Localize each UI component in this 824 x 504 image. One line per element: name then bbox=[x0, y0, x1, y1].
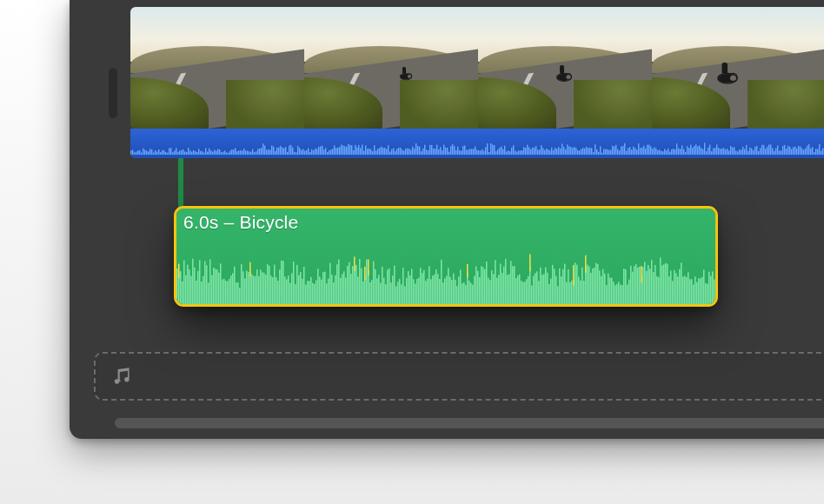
svg-rect-6 bbox=[141, 153, 142, 155]
svg-rect-334 bbox=[711, 151, 712, 155]
svg-rect-196 bbox=[471, 149, 472, 155]
svg-rect-0 bbox=[130, 150, 131, 155]
svg-rect-189 bbox=[459, 150, 460, 155]
svg-rect-653 bbox=[616, 284, 618, 304]
svg-rect-352 bbox=[742, 147, 743, 155]
svg-rect-320 bbox=[687, 146, 688, 155]
timeline-edge-marker[interactable] bbox=[109, 68, 117, 118]
svg-rect-48 bbox=[214, 149, 215, 155]
svg-rect-70 bbox=[252, 149, 253, 155]
svg-rect-704 bbox=[705, 283, 707, 304]
svg-rect-123 bbox=[344, 146, 345, 155]
svg-rect-314 bbox=[676, 143, 677, 155]
svg-rect-528 bbox=[399, 279, 401, 304]
svg-rect-223 bbox=[518, 150, 519, 155]
svg-rect-511 bbox=[369, 282, 371, 304]
svg-rect-515 bbox=[376, 278, 378, 304]
svg-rect-388 bbox=[805, 149, 806, 155]
svg-rect-182 bbox=[447, 148, 448, 155]
svg-rect-661 bbox=[630, 266, 632, 304]
svg-rect-167 bbox=[421, 151, 422, 155]
connected-audio-clip[interactable]: 6.0s – Bicycle bbox=[176, 209, 715, 304]
svg-rect-140 bbox=[374, 145, 375, 155]
svg-rect-659 bbox=[627, 284, 628, 304]
svg-rect-268 bbox=[596, 149, 597, 155]
svg-rect-31 bbox=[184, 151, 185, 155]
svg-rect-186 bbox=[454, 146, 455, 155]
svg-rect-699 bbox=[696, 282, 698, 304]
svg-rect-111 bbox=[323, 149, 324, 155]
video-clip-audio-waveform[interactable] bbox=[130, 129, 824, 158]
svg-rect-603 bbox=[529, 266, 531, 304]
svg-rect-27 bbox=[177, 152, 178, 155]
svg-rect-200 bbox=[478, 150, 479, 155]
svg-rect-309 bbox=[668, 149, 668, 155]
svg-rect-552 bbox=[441, 260, 442, 304]
svg-rect-304 bbox=[659, 149, 660, 155]
svg-rect-299 bbox=[650, 146, 651, 155]
svg-rect-170 bbox=[426, 149, 427, 155]
svg-rect-459 bbox=[279, 269, 281, 304]
svg-rect-174 bbox=[433, 149, 434, 155]
timeline-panel[interactable]: 6.0s – Bicycle bbox=[70, 0, 824, 439]
svg-rect-83 bbox=[275, 151, 276, 155]
svg-rect-3 bbox=[136, 152, 136, 155]
video-thumbnail bbox=[478, 7, 652, 129]
svg-rect-527 bbox=[397, 282, 399, 304]
svg-rect-238 bbox=[544, 150, 545, 155]
svg-rect-63 bbox=[240, 150, 241, 155]
svg-rect-439 bbox=[244, 278, 246, 304]
svg-rect-203 bbox=[483, 151, 484, 155]
svg-rect-128 bbox=[353, 150, 354, 155]
svg-rect-124 bbox=[346, 147, 347, 155]
svg-rect-561 bbox=[456, 286, 458, 304]
svg-rect-221 bbox=[515, 150, 515, 155]
video-clip[interactable] bbox=[130, 7, 824, 129]
svg-rect-683 bbox=[668, 276, 670, 304]
svg-rect-519 bbox=[383, 278, 385, 304]
svg-rect-652 bbox=[615, 285, 616, 304]
svg-rect-315 bbox=[678, 149, 679, 155]
svg-rect-230 bbox=[530, 149, 531, 155]
svg-rect-17 bbox=[160, 152, 161, 155]
svg-rect-127 bbox=[351, 145, 352, 155]
svg-rect-280 bbox=[617, 149, 618, 155]
svg-rect-354 bbox=[746, 145, 747, 155]
svg-rect-633 bbox=[581, 268, 583, 304]
svg-rect-470 bbox=[298, 275, 300, 304]
svg-rect-117 bbox=[334, 145, 335, 155]
svg-rect-281 bbox=[619, 150, 620, 155]
svg-rect-691 bbox=[682, 276, 684, 304]
svg-rect-43 bbox=[205, 148, 206, 155]
svg-rect-194 bbox=[468, 149, 468, 155]
svg-rect-582 bbox=[493, 274, 495, 304]
svg-rect-336 bbox=[714, 148, 715, 155]
svg-rect-239 bbox=[546, 149, 547, 155]
svg-rect-685 bbox=[672, 281, 674, 304]
svg-rect-178 bbox=[440, 147, 441, 155]
svg-rect-360 bbox=[756, 146, 757, 155]
svg-rect-492 bbox=[336, 264, 338, 304]
svg-rect-465 bbox=[289, 283, 291, 304]
horizontal-scrollbar[interactable] bbox=[115, 418, 824, 428]
svg-rect-122 bbox=[342, 145, 343, 155]
svg-rect-71 bbox=[254, 152, 255, 155]
svg-rect-366 bbox=[767, 147, 768, 155]
svg-rect-164 bbox=[415, 143, 416, 155]
background-music-track[interactable] bbox=[94, 352, 824, 401]
svg-rect-316 bbox=[680, 149, 681, 155]
svg-rect-41 bbox=[202, 151, 203, 155]
svg-rect-54 bbox=[224, 150, 225, 155]
svg-rect-503 bbox=[356, 265, 357, 304]
svg-rect-52 bbox=[221, 152, 222, 155]
svg-rect-138 bbox=[370, 149, 371, 155]
svg-rect-51 bbox=[219, 149, 220, 155]
svg-rect-212 bbox=[499, 148, 500, 155]
svg-rect-580 bbox=[489, 280, 491, 304]
svg-rect-627 bbox=[571, 281, 573, 304]
svg-rect-590 bbox=[507, 275, 508, 304]
svg-rect-668 bbox=[642, 267, 644, 304]
svg-rect-612 bbox=[545, 268, 547, 304]
svg-rect-608 bbox=[538, 281, 540, 304]
svg-rect-283 bbox=[622, 146, 623, 155]
